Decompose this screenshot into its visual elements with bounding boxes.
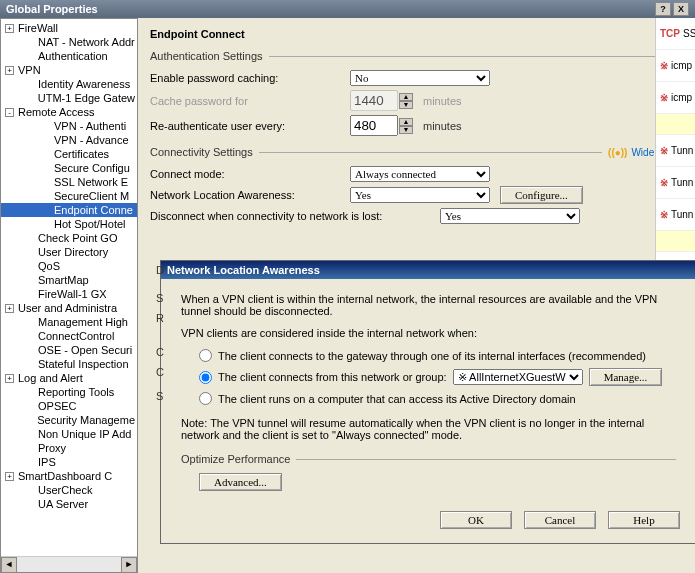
tree-item[interactable]: NAT - Network Addr — [1, 35, 137, 49]
side-rule-item[interactable]: ※Tunn — [656, 199, 695, 231]
tree-item-label: Log and Alert — [18, 372, 83, 384]
tree-item[interactable]: UTM-1 Edge Gatew — [1, 91, 137, 105]
network-group-select[interactable]: ※ AllInternetXGuestW — [453, 369, 583, 385]
tree-expander[interactable]: - — [5, 108, 14, 117]
radio-internal-interfaces[interactable] — [199, 349, 212, 362]
tree-item[interactable]: -Remote Access — [1, 105, 137, 119]
tree-item[interactable]: QoS — [1, 259, 137, 273]
tree-item-label: Identity Awareness — [38, 78, 130, 90]
tree-item[interactable]: SSL Network E — [1, 175, 137, 189]
tree-item[interactable]: FireWall-1 GX — [1, 287, 137, 301]
tree-item-label: FireWall — [18, 22, 58, 34]
ok-button[interactable]: OK — [440, 511, 512, 529]
nla-select[interactable]: Yes — [350, 187, 490, 203]
tree-item-label: Endpoint Conne — [54, 204, 133, 216]
tree-item[interactable]: User Directory — [1, 245, 137, 259]
tree-item[interactable]: SecureClient M — [1, 189, 137, 203]
tree-expander[interactable]: + — [5, 66, 14, 75]
tree-item-label: VPN — [18, 64, 41, 76]
tree-item-label: Reporting Tools — [38, 386, 114, 398]
tree-expander[interactable]: + — [5, 374, 14, 383]
reauth-input[interactable] — [350, 115, 398, 136]
cancel-button[interactable]: Cancel — [524, 511, 596, 529]
reauth-spinner[interactable]: ▲▼ — [399, 118, 413, 134]
enable-caching-label: Enable password caching: — [150, 72, 350, 84]
tree-item[interactable]: +SmartDashboard C — [1, 469, 137, 483]
side-rule-item[interactable] — [656, 114, 695, 135]
tree-item-label: VPN - Advance — [54, 134, 129, 146]
cache-for-input — [350, 90, 398, 111]
truncated-label: S — [156, 292, 163, 304]
radio-network-group[interactable] — [199, 371, 212, 384]
side-rule-item[interactable]: TCPSSPL — [656, 18, 695, 50]
tree-item[interactable]: Hot Spot/Hotel — [1, 217, 137, 231]
advanced-button[interactable]: Advanced... — [199, 473, 282, 491]
tree-expander[interactable]: + — [5, 472, 14, 481]
tree-item-label: User Directory — [38, 246, 108, 258]
configure-button[interactable]: Configure... — [500, 186, 583, 204]
tree-expander[interactable]: + — [5, 24, 14, 33]
tree-item-label: ConnectControl — [38, 330, 114, 342]
side-rules-list: TCPSSPL※icmp※icmp※Tunn※Tunn※Tunn✖smtp — [655, 18, 695, 278]
disconnect-select[interactable]: Yes — [440, 208, 580, 224]
nla-dialog-titlebar: Network Location Awareness — [161, 261, 695, 279]
tree-item[interactable]: OSE - Open Securi — [1, 343, 137, 357]
truncated-label: S — [156, 390, 163, 402]
connect-mode-select[interactable]: Always connected — [350, 166, 490, 182]
tree-item-label: QoS — [38, 260, 60, 272]
tree-item[interactable]: Authentication — [1, 49, 137, 63]
tree-item[interactable]: Secure Configu — [1, 161, 137, 175]
tree-item[interactable]: Reporting Tools — [1, 385, 137, 399]
scroll-right-button[interactable]: ► — [121, 557, 137, 573]
close-button[interactable]: X — [673, 2, 689, 16]
tree-item[interactable]: SmartMap — [1, 273, 137, 287]
help-button[interactable]: Help — [608, 511, 680, 529]
connectivity-settings-group: Connectivity Settings ((●))Wide Impact — [150, 146, 687, 158]
tree-item[interactable]: VPN - Authenti — [1, 119, 137, 133]
tree-item[interactable]: OPSEC — [1, 399, 137, 413]
radio-ad-domain[interactable] — [199, 392, 212, 405]
tree-item-label: Certificates — [54, 148, 109, 160]
tree-item-label: Hot Spot/Hotel — [54, 218, 126, 230]
nla-dialog: Network Location Awareness When a VPN cl… — [160, 260, 695, 544]
tree-item[interactable]: Stateful Inspection — [1, 357, 137, 371]
help-button[interactable]: ? — [655, 2, 671, 16]
tree-item[interactable]: +Log and Alert — [1, 371, 137, 385]
tree-item[interactable]: IPS — [1, 455, 137, 469]
tree-item[interactable]: +User and Administra — [1, 301, 137, 315]
auth-settings-group: Authentication Settings — [150, 50, 687, 62]
page-title: Endpoint Connect — [150, 28, 687, 40]
tree-item[interactable]: +FireWall — [1, 21, 137, 35]
tree-item[interactable]: Proxy — [1, 441, 137, 455]
tree-item[interactable]: VPN - Advance — [1, 133, 137, 147]
radio-network-group-label: The client connects from this network or… — [218, 371, 447, 383]
side-rule-item[interactable]: ※icmp — [656, 50, 695, 82]
tree-item[interactable]: UA Server — [1, 497, 137, 511]
tree-item-label: OPSEC — [38, 400, 77, 412]
enable-caching-select[interactable]: No — [350, 70, 490, 86]
tree-item[interactable]: Non Unique IP Add — [1, 427, 137, 441]
rule-icon: ※ — [660, 177, 668, 188]
tree-item[interactable]: Endpoint Conne — [1, 203, 137, 217]
scroll-left-button[interactable]: ◄ — [1, 557, 17, 573]
nla-description: When a VPN client is within the internal… — [181, 293, 676, 317]
tree-expander[interactable]: + — [5, 304, 14, 313]
manage-button[interactable]: Manage... — [589, 368, 663, 386]
tree-item[interactable]: Management High — [1, 315, 137, 329]
tree-item[interactable]: Certificates — [1, 147, 137, 161]
nav-tree: +FireWallNAT - Network AddrAuthenticatio… — [0, 18, 138, 573]
side-rule-item[interactable]: ※icmp — [656, 82, 695, 114]
tree-item[interactable]: Identity Awareness — [1, 77, 137, 91]
nla-considered-label: VPN clients are considered inside the in… — [181, 327, 676, 339]
tree-item[interactable]: +VPN — [1, 63, 137, 77]
tree-item-label: Authentication — [38, 50, 108, 62]
side-rule-item[interactable]: ※Tunn — [656, 135, 695, 167]
tree-item[interactable]: Security Manageme — [1, 413, 137, 427]
tree-item[interactable]: UserCheck — [1, 483, 137, 497]
tree-item[interactable]: Check Point GO — [1, 231, 137, 245]
horizontal-scrollbar[interactable]: ◄ ► — [1, 556, 137, 572]
tree-item[interactable]: ConnectControl — [1, 329, 137, 343]
side-rule-item[interactable]: ※Tunn — [656, 167, 695, 199]
side-rule-item[interactable] — [656, 231, 695, 252]
cache-for-spinner: ▲▼ — [399, 93, 413, 109]
